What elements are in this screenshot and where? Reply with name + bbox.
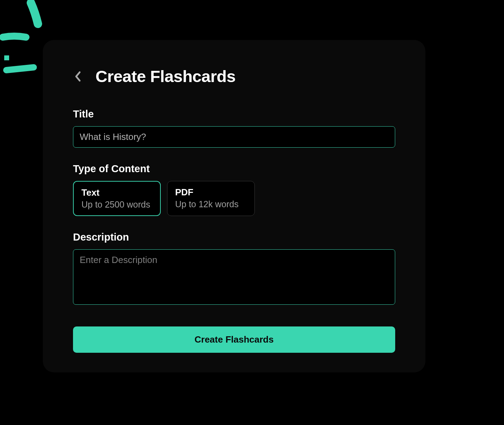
content-type-pdf[interactable]: PDF Up to 12k words bbox=[167, 181, 255, 216]
title-field-group: Title bbox=[73, 108, 395, 148]
content-type-text[interactable]: Text Up to 2500 words bbox=[73, 181, 161, 216]
content-type-group: Type of Content Text Up to 2500 words PD… bbox=[73, 163, 395, 216]
content-type-options: Text Up to 2500 words PDF Up to 12k word… bbox=[73, 181, 395, 216]
title-input[interactable] bbox=[73, 126, 395, 148]
create-flashcards-button[interactable]: Create Flashcards bbox=[73, 326, 395, 353]
content-type-subtitle: Up to 2500 words bbox=[81, 200, 152, 210]
title-label: Title bbox=[73, 108, 395, 120]
content-type-title: Text bbox=[81, 187, 152, 198]
description-field-group: Description bbox=[73, 231, 395, 306]
chevron-left-icon bbox=[75, 71, 81, 82]
content-type-subtitle: Up to 12k words bbox=[175, 199, 247, 209]
header: Create Flashcards bbox=[73, 67, 395, 86]
content-type-label: Type of Content bbox=[73, 163, 395, 175]
page-title: Create Flashcards bbox=[95, 67, 236, 86]
svg-rect-0 bbox=[4, 55, 9, 60]
back-button[interactable] bbox=[73, 69, 83, 83]
description-textarea[interactable] bbox=[73, 249, 395, 305]
content-type-title: PDF bbox=[175, 187, 247, 198]
description-label: Description bbox=[73, 231, 395, 243]
create-flashcards-card: Create Flashcards Title Type of Content … bbox=[43, 40, 425, 372]
